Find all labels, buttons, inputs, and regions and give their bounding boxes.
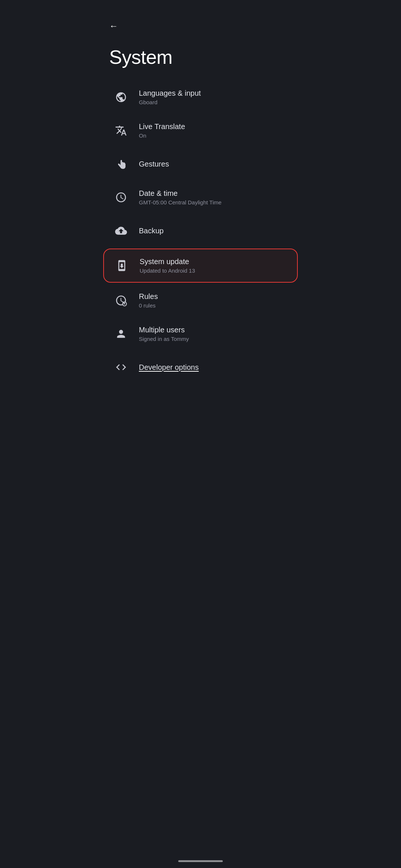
settings-item-languages-input[interactable]: Languages & inputGboard [103, 81, 298, 114]
live-translate-title: Live Translate [139, 122, 185, 131]
backup-icon [112, 222, 130, 240]
date-time-title: Date & time [139, 188, 222, 198]
nav-bar [100, 857, 301, 868]
page-title: System [109, 46, 292, 68]
rules-icon [112, 292, 130, 309]
settings-item-system-update[interactable]: System updateUpdated to Android 13 [103, 249, 298, 283]
settings-item-backup[interactable]: Backup [103, 214, 298, 247]
rules-title: Rules [139, 292, 158, 301]
multiple-users-title: Multiple users [139, 325, 189, 335]
settings-list: Languages & inputGboard Live TranslateOn… [100, 81, 301, 384]
page-header: ← System [100, 0, 301, 80]
translate-icon [112, 122, 130, 139]
gestures-icon [112, 155, 130, 173]
developer-icon [112, 358, 130, 376]
person-icon [112, 325, 130, 343]
nav-indicator [178, 860, 223, 862]
live-translate-subtitle: On [139, 132, 185, 139]
developer-options-title: Developer options [139, 362, 199, 372]
clock-icon [112, 188, 130, 206]
back-button[interactable]: ← [109, 18, 118, 34]
date-time-subtitle: GMT-05:00 Central Daylight Time [139, 199, 222, 206]
languages-input-title: Languages & input [139, 88, 201, 98]
system-update-title: System update [140, 257, 195, 266]
settings-item-rules[interactable]: Rules0 rules [103, 284, 298, 317]
settings-item-date-time[interactable]: Date & timeGMT-05:00 Central Daylight Ti… [103, 181, 298, 214]
globe-icon [112, 88, 130, 106]
multiple-users-subtitle: Signed in as Tommy [139, 335, 189, 343]
system-update-subtitle: Updated to Android 13 [140, 267, 195, 274]
backup-title: Backup [139, 226, 164, 236]
gestures-title: Gestures [139, 159, 169, 169]
rules-subtitle: 0 rules [139, 302, 158, 309]
settings-item-gestures[interactable]: Gestures [103, 148, 298, 180]
settings-item-live-translate[interactable]: Live TranslateOn [103, 114, 298, 147]
settings-item-multiple-users[interactable]: Multiple usersSigned in as Tommy [103, 318, 298, 350]
settings-item-developer-options[interactable]: Developer options [103, 351, 298, 384]
languages-input-subtitle: Gboard [139, 99, 201, 106]
system-update-icon [113, 257, 131, 274]
